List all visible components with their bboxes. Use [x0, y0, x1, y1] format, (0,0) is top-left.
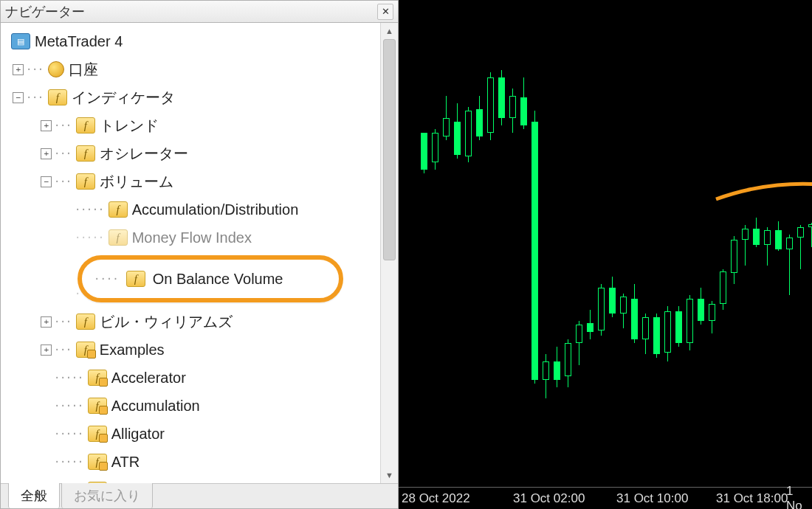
tree-indicators-label: インディケータ	[72, 88, 175, 108]
tree-obv-label: On Balance Volume	[153, 271, 283, 288]
collapse-icon[interactable]: −	[13, 92, 24, 103]
expand-icon[interactable]: +	[13, 64, 24, 75]
tree-money-flow-label: Money Flow Index	[132, 229, 252, 246]
scroll-up-icon[interactable]: ▲	[381, 23, 398, 39]
tree-atr-label: ATR	[111, 454, 140, 471]
tree-obv-highlighted[interactable]: ···· f On Balance Volume	[78, 255, 343, 302]
folder-f-icon: f	[76, 314, 95, 330]
tree-accum-dist-label: Accumulation/Distribution	[132, 201, 299, 218]
tree-oscillators-label: オシレーター	[100, 144, 188, 164]
tree-accelerator-label: Accelerator	[111, 370, 186, 387]
drag-arrow-icon	[709, 177, 812, 266]
tree-oscillators[interactable]: +··· f オシレーター	[4, 139, 395, 167]
folder-f-icon: f	[76, 117, 95, 134]
tree-awesome-label: Awesome	[111, 482, 176, 484]
tree-accounts-label: 口座	[69, 60, 98, 80]
x-tick: 28 Oct 2022	[402, 491, 470, 506]
navigator-titlebar[interactable]: ナビゲーター ✕	[1, 1, 398, 23]
tab-general[interactable]: 全般	[8, 482, 60, 508]
accounts-icon	[48, 61, 64, 77]
tree-indicators[interactable]: −··· f インディケータ	[4, 83, 395, 111]
tree-scrollbar[interactable]: ▲ ▼	[380, 23, 398, 483]
x-tick: 1 No	[786, 484, 812, 510]
navigator-tabs: 全般 お気に入り	[1, 483, 398, 508]
folder-f-icon: f	[76, 173, 95, 190]
tree-trend-label: トレンド	[100, 116, 159, 136]
tree-examples[interactable]: +··· f Examples	[4, 336, 395, 364]
tree-awesome[interactable]: ····· f Awesome	[4, 476, 395, 483]
tree-accelerator[interactable]: ····· f Accelerator	[4, 364, 395, 392]
tree-alligator-label: Alligator	[111, 426, 165, 443]
navigator-title: ナビゲーター	[5, 3, 374, 21]
expand-icon[interactable]: +	[41, 120, 52, 131]
scroll-thumb[interactable]	[383, 39, 396, 260]
tree-volume-group-label: ボリューム	[100, 172, 173, 192]
chart-panel[interactable]: 28 Oct 2022 31 Oct 02:00 31 Oct 10:00 31…	[399, 0, 812, 509]
script-f-icon: f	[88, 370, 107, 386]
tree-root[interactable]: ▤ MetaTrader 4	[4, 27, 395, 55]
tree-accum-dist[interactable]: ····· f Accumulation/Distribution	[4, 195, 395, 224]
x-axis: 28 Oct 2022 31 Oct 02:00 31 Oct 10:00 31…	[399, 487, 812, 509]
expand-icon[interactable]: +	[41, 344, 52, 356]
script-f-icon: f	[88, 482, 107, 483]
tree-accumulation-label: Accumulation	[111, 398, 200, 415]
script-f-icon: f	[88, 454, 107, 470]
tree-volume-group[interactable]: −··· f ボリューム	[4, 167, 395, 195]
tree-atr[interactable]: ····· f ATR	[4, 448, 395, 476]
indicator-f-icon: f	[126, 271, 145, 287]
script-f-icon: f	[88, 426, 107, 442]
expand-icon[interactable]: +	[41, 316, 52, 328]
indicator-f-icon: f	[109, 201, 128, 218]
mt4-icon: ▤	[11, 33, 30, 49]
indicator-f-icon: f	[109, 229, 128, 246]
scripts-folder-icon: f	[76, 342, 95, 358]
tree-trend[interactable]: +··· f トレンド	[4, 111, 395, 139]
collapse-icon[interactable]: −	[41, 176, 52, 187]
x-tick: 31 Oct 10:00	[616, 491, 688, 506]
navigator-panel: ナビゲーター ✕ ▤ MetaTrader 4 +··· 口座 −··· f イ…	[0, 0, 399, 509]
close-icon[interactable]: ✕	[377, 4, 393, 20]
tree-alligator[interactable]: ····· f Alligator	[4, 420, 395, 448]
tab-favorites[interactable]: お気に入り	[61, 482, 153, 508]
scroll-down-icon[interactable]: ▼	[381, 467, 398, 483]
tree-bill-williams-label: ビル・ウィリアムズ	[100, 312, 233, 332]
tree-root-label: MetaTrader 4	[35, 33, 123, 50]
script-f-icon: f	[88, 398, 107, 414]
tree-money-flow[interactable]: ····· f Money Flow Index	[4, 224, 395, 252]
expand-icon[interactable]: +	[41, 148, 52, 159]
tree-accumulation[interactable]: ····· f Accumulation	[4, 392, 395, 420]
tree-examples-label: Examples	[100, 342, 165, 359]
tree-accounts[interactable]: +··· 口座	[4, 55, 395, 83]
folder-f-icon: f	[48, 89, 67, 105]
x-tick: 31 Oct 18:00	[716, 491, 788, 506]
x-tick: 31 Oct 02:00	[513, 491, 585, 506]
folder-f-icon: f	[76, 145, 95, 162]
navigator-tree: ▤ MetaTrader 4 +··· 口座 −··· f インディケータ +·…	[1, 23, 398, 483]
tree-bill-williams[interactable]: +··· f ビル・ウィリアムズ	[4, 308, 395, 336]
